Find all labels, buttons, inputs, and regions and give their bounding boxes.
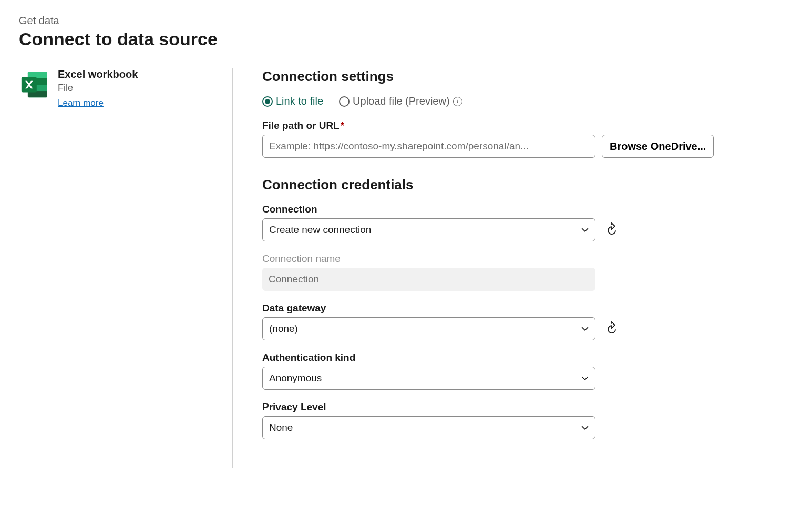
radio-link-to-file[interactable]: Link to file (262, 95, 323, 107)
learn-more-link[interactable]: Learn more (58, 98, 104, 108)
chevron-down-icon (581, 375, 589, 382)
required-star: * (341, 120, 344, 131)
radio-selected-icon (262, 96, 273, 107)
radio-link-label: Link to file (276, 95, 323, 107)
data-gateway-label: Data gateway (262, 302, 758, 314)
page-title: Connect to data source (19, 29, 793, 49)
file-path-label: File path or URL* (262, 120, 758, 132)
source-kind: File (58, 83, 138, 94)
chevron-down-icon (581, 226, 589, 234)
auth-kind-value: Anonymous (269, 372, 322, 384)
source-title: Excel workbook (58, 68, 138, 80)
file-path-input[interactable] (262, 135, 595, 158)
data-gateway-select[interactable]: (none) (262, 317, 595, 340)
radio-upload-file[interactable]: Upload file (Preview) i (339, 95, 462, 107)
data-gateway-value: (none) (269, 323, 298, 335)
privacy-level-select[interactable]: None (262, 416, 595, 439)
refresh-gateway-button[interactable] (602, 319, 622, 339)
refresh-connection-button[interactable] (602, 220, 622, 240)
connection-select[interactable]: Create new connection (262, 218, 595, 241)
chevron-down-icon (581, 325, 589, 332)
connection-credentials-heading: Connection credentials (262, 177, 758, 193)
browse-onedrive-button[interactable]: Browse OneDrive... (602, 135, 714, 158)
connection-label: Connection (262, 204, 758, 215)
radio-upload-label: Upload file (Preview) (353, 95, 450, 107)
source-summary: Excel workbook File Learn more (19, 68, 232, 468)
auth-kind-select[interactable]: Anonymous (262, 367, 595, 390)
excel-icon (19, 69, 49, 100)
chevron-down-icon (581, 424, 589, 431)
connection-settings-heading: Connection settings (262, 68, 758, 85)
auth-kind-label: Authentication kind (262, 352, 758, 363)
breadcrumb: Get data (19, 15, 793, 27)
connection-name-label: Connection name (262, 253, 758, 265)
privacy-level-value: None (269, 422, 293, 433)
info-icon[interactable]: i (453, 97, 462, 106)
connection-name-input (262, 268, 595, 291)
connection-select-value: Create new connection (269, 224, 371, 236)
radio-unselected-icon (339, 96, 350, 107)
privacy-level-label: Privacy Level (262, 401, 758, 413)
